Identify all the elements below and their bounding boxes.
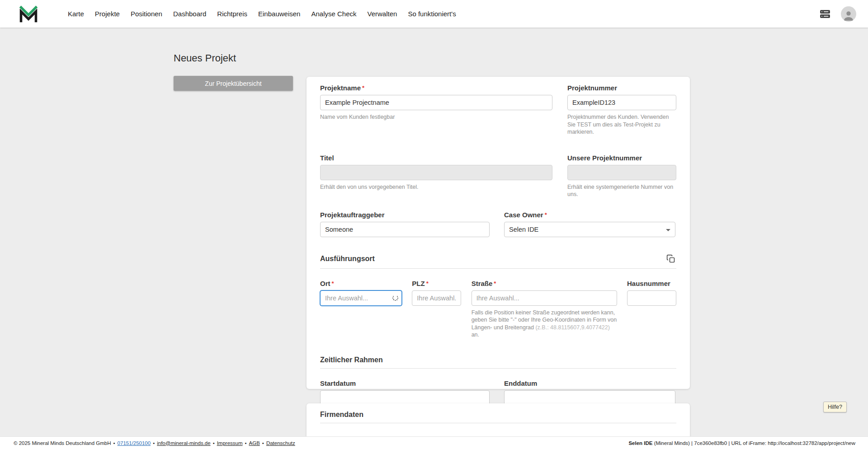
footer-separator: • bbox=[213, 440, 215, 446]
phone-link[interactable]: 07151/250100 bbox=[118, 440, 151, 446]
copyright-text: © 2025 Mineral Minds Deutschland GmbH bbox=[14, 440, 111, 446]
nav-item-so-funktionierts[interactable]: So funktioniert's bbox=[402, 5, 461, 22]
projektauftraggeber-label: Projektauftraggeber bbox=[320, 211, 490, 219]
projektname-input[interactable] bbox=[320, 95, 552, 110]
copy-icon[interactable] bbox=[665, 253, 676, 264]
field-hausnummer: Hausnummer bbox=[627, 280, 676, 339]
footer-separator: • bbox=[153, 440, 155, 446]
field-startdatum: Startdatum bbox=[320, 379, 490, 406]
titel-input bbox=[320, 165, 552, 180]
main-nav: Karte Projekte Positionen Dashboard Rich… bbox=[62, 5, 462, 22]
titel-label: Titel bbox=[320, 154, 552, 162]
projektnummer-label: Projektnummer bbox=[567, 84, 676, 92]
projektname-label: Projektname* bbox=[320, 84, 552, 92]
project-form-card: Projektname* Name vom Kunden festlegbar … bbox=[307, 77, 690, 389]
footer-separator: • bbox=[245, 440, 247, 446]
zeitlicher-rahmen-title: Zeitlicher Rahmen bbox=[320, 356, 383, 364]
strasse-helper-example: (z.B.: 48.8115607,9.4077422) bbox=[535, 324, 609, 331]
logo-icon bbox=[18, 4, 39, 24]
firmendaten-section-header: Firmendaten bbox=[320, 411, 676, 423]
nav-item-projekte[interactable]: Projekte bbox=[90, 5, 125, 22]
projektnummer-helper: Projektnummer des Kunden. Verwenden Sie … bbox=[567, 113, 676, 136]
projektnummer-input[interactable] bbox=[567, 95, 676, 110]
dates-row: Startdatum Enddatum bbox=[320, 379, 676, 406]
startdatum-label: Startdatum bbox=[320, 379, 490, 388]
impressum-link[interactable]: Impressum bbox=[217, 440, 243, 446]
strasse-input[interactable] bbox=[472, 290, 617, 306]
required-asterisk: * bbox=[545, 211, 547, 218]
field-case-owner: Case Owner* Selen IDE bbox=[504, 211, 675, 237]
case-owner-label: Case Owner* bbox=[504, 211, 675, 219]
nav-item-einbauweisen[interactable]: Einbauweisen bbox=[253, 5, 306, 22]
required-asterisk: * bbox=[426, 280, 429, 287]
nav-right-actions bbox=[818, 6, 856, 22]
required-asterisk: * bbox=[494, 280, 496, 287]
email-link[interactable]: info@mineral-minds.de bbox=[157, 440, 210, 446]
required-asterisk: * bbox=[362, 84, 364, 91]
nav-item-verwalten[interactable]: Verwalten bbox=[362, 5, 403, 22]
loading-spinner-icon bbox=[392, 295, 398, 301]
case-owner-value: Selen IDE bbox=[509, 226, 538, 233]
avatar[interactable] bbox=[841, 6, 856, 22]
unsere-projektnummer-helper: Erhält eine systemgenerierte Nummer von … bbox=[567, 183, 676, 198]
strasse-helper: Falls die Position keiner Straße zugeord… bbox=[472, 309, 617, 339]
mineral-minds-logo[interactable] bbox=[18, 4, 39, 24]
field-titel: Titel Erhält den von uns vorgegebenen Ti… bbox=[320, 154, 552, 191]
footer-separator: • bbox=[113, 440, 115, 446]
firmendaten-title: Firmendaten bbox=[320, 411, 363, 419]
enddatum-label: Enddatum bbox=[504, 379, 675, 388]
session-info: Selen IDE (Mineral Minds) | 7ce360e83fb0… bbox=[628, 440, 855, 446]
nav-item-analyse-check[interactable]: Analyse Check bbox=[306, 5, 362, 22]
field-ort: Ort* bbox=[320, 280, 402, 339]
footer-left: © 2025 Mineral Minds Deutschland GmbH • … bbox=[14, 440, 295, 446]
address-row: Ort* PLZ* Straße* Falls die Position kei… bbox=[320, 280, 676, 339]
field-unsere-projektnummer: Unsere Projektnummer Erhält eine systemg… bbox=[567, 154, 676, 198]
nav-item-positionen[interactable]: Positionen bbox=[125, 5, 168, 22]
field-projektnummer: Projektnummer Projektnummer des Kunden. … bbox=[567, 84, 676, 136]
nav-item-karte[interactable]: Karte bbox=[62, 5, 90, 22]
nav-item-richtpreis[interactable]: Richtpreis bbox=[212, 5, 253, 22]
required-asterisk: * bbox=[332, 280, 334, 287]
field-plz: PLZ* bbox=[412, 280, 461, 339]
unsere-projektnummer-input bbox=[567, 165, 676, 180]
strasse-label: Straße* bbox=[472, 280, 617, 288]
back-to-project-overview-button[interactable]: Zur Projektübersicht bbox=[174, 76, 293, 91]
person-icon bbox=[842, 9, 855, 22]
projektname-helper: Name vom Kunden festlegbar bbox=[320, 113, 552, 121]
plz-input[interactable] bbox=[412, 290, 461, 306]
datenschutz-link[interactable]: Datenschutz bbox=[266, 440, 295, 446]
case-owner-select[interactable]: Selen IDE bbox=[504, 222, 675, 237]
titel-helper: Erhält den von uns vorgegebenen Titel. bbox=[320, 183, 552, 191]
footer: © 2025 Mineral Minds Deutschland GmbH • … bbox=[0, 436, 868, 449]
company-data-card: Firmendaten bbox=[307, 403, 690, 436]
top-nav: Karte Projekte Positionen Dashboard Rich… bbox=[0, 0, 868, 28]
agb-link[interactable]: AGB bbox=[249, 440, 260, 446]
hausnummer-label: Hausnummer bbox=[627, 280, 676, 288]
field-projektauftraggeber: Projektauftraggeber bbox=[320, 211, 490, 237]
help-button[interactable]: Hilfe? bbox=[823, 402, 847, 412]
nav-item-dashboard[interactable]: Dashboard bbox=[168, 5, 212, 22]
hausnummer-input[interactable] bbox=[627, 290, 676, 306]
unsere-projektnummer-label: Unsere Projektnummer bbox=[567, 154, 676, 162]
field-enddatum: Enddatum bbox=[504, 379, 675, 406]
session-details: (Mineral Minds) | 7ce360e83fb0 | URL of … bbox=[652, 440, 855, 446]
chevron-down-icon bbox=[666, 229, 670, 231]
page-title: Neues Projekt bbox=[174, 52, 236, 64]
ort-label: Ort* bbox=[320, 280, 402, 288]
session-user: Selen IDE bbox=[628, 440, 652, 446]
ausfuehrungsort-title: Ausführungsort bbox=[320, 255, 375, 263]
server-icon[interactable] bbox=[818, 8, 832, 20]
ausfuehrungsort-section-header: Ausführungsort bbox=[320, 253, 676, 269]
footer-separator: • bbox=[262, 440, 264, 446]
field-projektname: Projektname* Name vom Kunden festlegbar bbox=[320, 84, 552, 121]
field-strasse: Straße* Falls die Position keiner Straße… bbox=[472, 280, 617, 339]
main-content: Neues Projekt Zur Projektübersicht Proje… bbox=[0, 28, 868, 436]
plz-label: PLZ* bbox=[412, 280, 461, 288]
projektauftraggeber-input[interactable] bbox=[320, 222, 490, 237]
ort-input[interactable] bbox=[320, 290, 402, 306]
zeitlicher-rahmen-section-header: Zeitlicher Rahmen bbox=[320, 356, 676, 369]
